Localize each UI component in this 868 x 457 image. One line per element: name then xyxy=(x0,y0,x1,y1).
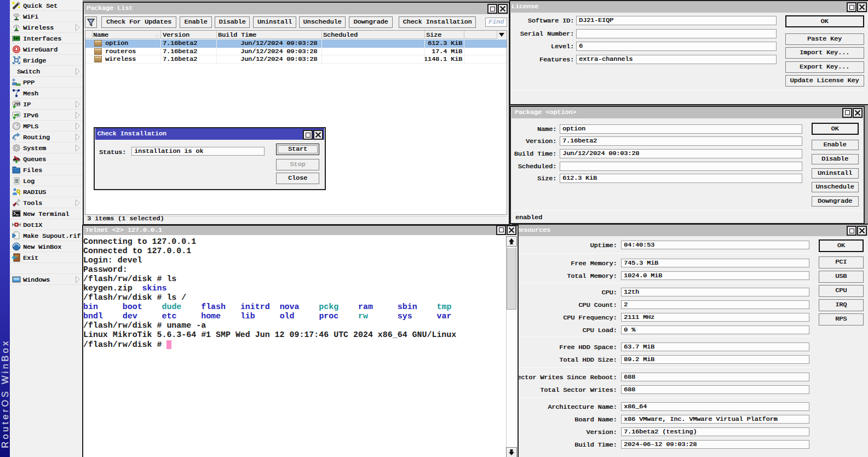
svg-text:255: 255 xyxy=(14,102,20,106)
